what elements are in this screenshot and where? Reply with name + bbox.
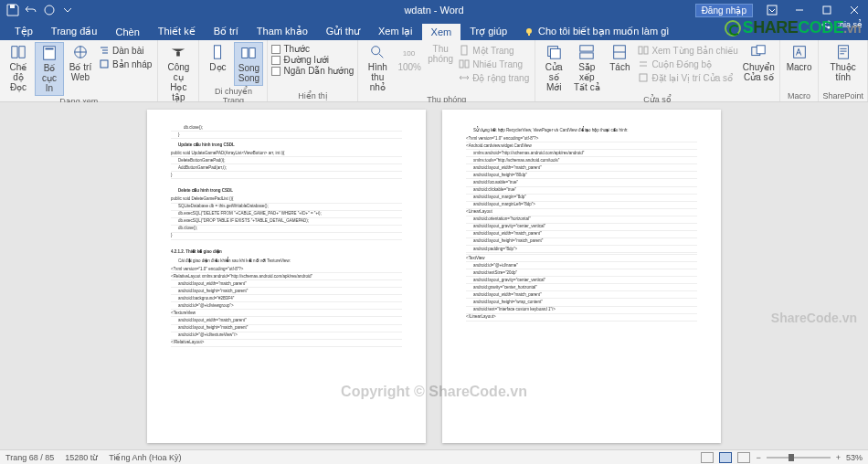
svg-rect-0 bbox=[10, 5, 15, 8]
zoom-in-icon[interactable]: + bbox=[836, 453, 841, 462]
group-immersive: Công cụ Học tập Hình ảnh chân thực bbox=[158, 40, 199, 101]
tab-help[interactable]: Trợ giúp bbox=[460, 23, 516, 40]
zoom-percent[interactable]: 53% bbox=[846, 453, 863, 462]
new-window-button[interactable]: Cửa số Mới bbox=[539, 42, 568, 94]
ribbon: Chế độ Đọc Bố cục In Bố trí Web Dàn bài … bbox=[0, 40, 868, 102]
zoom-thumb[interactable] bbox=[789, 454, 794, 461]
group-macros: Macro Macro bbox=[780, 40, 820, 101]
tell-me[interactable]: Cho tôi biết bạn muốn làm gì bbox=[516, 23, 676, 40]
group-views: Chế độ Đọc Bố cục In Bố trí Web Dàn bài … bbox=[0, 40, 158, 101]
group-show-label: Hiển thị bbox=[271, 90, 354, 101]
properties-button[interactable]: Thuộc tính bbox=[822, 42, 863, 84]
zoom-button[interactable]: Hình thu nhỏ bbox=[362, 42, 393, 94]
group-macros-label: Macro bbox=[784, 90, 815, 101]
macros-button[interactable]: Macro bbox=[784, 42, 815, 74]
signin-button[interactable]: Đăng nhập bbox=[695, 4, 753, 17]
tab-mailings[interactable]: Gửi thư bbox=[317, 23, 369, 40]
thu-phong-button[interactable]: Thu phóng bbox=[426, 42, 455, 66]
readmode-view-icon[interactable] bbox=[701, 452, 714, 463]
page-left: db.close(); } Update cấu hình trong CSDL… bbox=[147, 110, 426, 443]
svg-rect-21 bbox=[465, 60, 469, 68]
view-side-button[interactable]: Xem Từng Bản chiếu bbox=[636, 44, 740, 57]
group-window: Cửa số Mới Sắp xếp Tất cả Tách Xem Từng … bbox=[535, 40, 779, 101]
read-mode-button[interactable]: Chế độ Đọc bbox=[4, 42, 33, 94]
viewside-icon bbox=[638, 45, 649, 56]
minimize-icon[interactable] bbox=[786, 0, 813, 20]
svg-rect-29 bbox=[640, 74, 647, 81]
outline-button[interactable]: Dàn bài bbox=[97, 44, 153, 57]
group-sharepoint-label: SharePoint bbox=[822, 90, 863, 101]
svg-rect-28 bbox=[644, 47, 648, 54]
sync-scroll-button[interactable]: Cuộn Đồng bộ bbox=[636, 58, 740, 70]
hundred-button[interactable]: 100100% bbox=[395, 42, 424, 74]
group-pagemove: Dọc Song Song Di chuyển Trang bbox=[199, 40, 268, 101]
reset-pos-button[interactable]: Đặt lại Vị trí Cửa sổ bbox=[636, 71, 740, 84]
checkbox-icon bbox=[271, 45, 281, 54]
learning-icon bbox=[170, 44, 186, 60]
svg-rect-20 bbox=[460, 60, 463, 68]
page-width-button[interactable]: Độ rộng trang bbox=[457, 71, 531, 84]
draft-button[interactable]: Bản nháp bbox=[97, 58, 153, 70]
arrange-all-button[interactable]: Sắp xếp Tất cả bbox=[570, 42, 603, 94]
redo-icon[interactable] bbox=[42, 3, 57, 17]
save-icon[interactable] bbox=[5, 3, 20, 17]
tab-view[interactable]: Xem bbox=[422, 24, 461, 40]
group-sharepoint: Thuộc tính SharePoint bbox=[819, 40, 868, 101]
qat-dropdown-icon[interactable] bbox=[60, 3, 75, 17]
web-icon bbox=[72, 44, 89, 60]
vertical-button[interactable]: Dọc bbox=[203, 42, 232, 74]
weblayout-view-icon[interactable] bbox=[737, 452, 750, 463]
multi-page-button[interactable]: Nhiều Trang bbox=[457, 58, 531, 70]
svg-rect-3 bbox=[823, 6, 831, 14]
navpane-checkbox[interactable]: Ngăn Dẫn hướng bbox=[271, 66, 354, 76]
svg-rect-10 bbox=[46, 48, 54, 50]
tab-file[interactable]: Tệp bbox=[5, 23, 42, 40]
vertical-icon bbox=[209, 44, 226, 60]
svg-rect-13 bbox=[177, 52, 181, 57]
switch-window-button[interactable]: Chuyển Cửa số bbox=[742, 42, 776, 84]
svg-rect-31 bbox=[757, 46, 765, 54]
status-page[interactable]: Trang 68 / 85 bbox=[5, 453, 54, 462]
newwin-icon bbox=[545, 44, 562, 60]
print-layout-button[interactable]: Bố cục In bbox=[35, 42, 64, 96]
tab-insert[interactable]: Chèn bbox=[106, 24, 148, 40]
page-right: Sử dụng kết hợp RecyclerView, ViewPager … bbox=[442, 110, 721, 443]
web-layout-button[interactable]: Bố trí Web bbox=[66, 42, 95, 84]
status-bar: Trang 68 / 85 15280 từ Tiếng Anh (Hoa Kỳ… bbox=[0, 449, 868, 464]
document-area[interactable]: db.close(); } Update cấu hình trong CSDL… bbox=[0, 102, 868, 449]
reset-icon bbox=[638, 72, 649, 83]
tab-design[interactable]: Thiết kế bbox=[149, 23, 205, 40]
switch-icon bbox=[750, 44, 767, 60]
undo-icon[interactable] bbox=[24, 3, 38, 17]
window-title: wdatn - Word bbox=[404, 5, 463, 16]
svg-rect-19 bbox=[461, 46, 467, 55]
checkbox-icon bbox=[271, 56, 281, 65]
tab-home[interactable]: Trang đầu bbox=[42, 23, 107, 40]
status-lang[interactable]: Tiếng Anh (Hoa Kỳ) bbox=[109, 453, 181, 462]
svg-rect-5 bbox=[528, 34, 530, 36]
maximize-icon[interactable] bbox=[813, 0, 841, 20]
zoom-out-icon[interactable]: − bbox=[756, 453, 760, 462]
tab-layout[interactable]: Bố trí bbox=[205, 23, 248, 40]
zoom-slider[interactable] bbox=[767, 457, 831, 459]
svg-rect-14 bbox=[215, 46, 221, 58]
one-page-button[interactable]: Một Trang bbox=[457, 44, 531, 57]
close-icon[interactable] bbox=[841, 0, 868, 20]
outline-icon bbox=[99, 45, 110, 56]
pagewidth-icon bbox=[459, 72, 470, 83]
window-controls: Đăng nhập bbox=[695, 0, 868, 20]
tab-references[interactable]: Tham khảo bbox=[248, 23, 317, 40]
gridlines-checkbox[interactable]: Đường lưới bbox=[271, 55, 354, 65]
status-words[interactable]: 15280 từ bbox=[65, 453, 98, 462]
learning-tools-button[interactable]: Công cụ Học tập bbox=[162, 42, 195, 104]
ribbon-options-icon[interactable] bbox=[758, 0, 786, 20]
svg-rect-24 bbox=[580, 46, 593, 51]
side-icon bbox=[240, 45, 257, 61]
split-button[interactable]: Tách bbox=[605, 42, 634, 74]
tab-review[interactable]: Xem lại bbox=[369, 23, 422, 40]
svg-point-4 bbox=[526, 28, 532, 34]
printlayout-view-icon[interactable] bbox=[719, 452, 732, 463]
side-to-side-button[interactable]: Song Song bbox=[234, 42, 263, 86]
ruler-checkbox[interactable]: Thước bbox=[271, 44, 354, 54]
onepage-icon bbox=[459, 45, 470, 56]
